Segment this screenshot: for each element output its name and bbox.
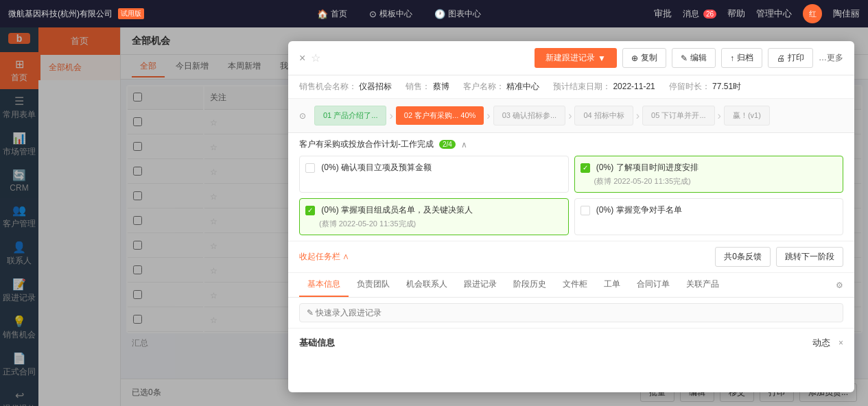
stage-5[interactable]: 05 下订单并开...: [642, 106, 714, 126]
archive-icon: ↑: [730, 53, 734, 63]
stage-box-5[interactable]: 05 下订单并开...: [642, 106, 714, 126]
task-meta-2: (蔡博 2022-05-20 11:35完成): [594, 176, 838, 187]
stage-1[interactable]: 01 产品介绍了...: [314, 106, 386, 126]
collapse-link[interactable]: 收起任务栏 ∧: [299, 251, 349, 263]
pause-duration: 77.51时: [712, 82, 741, 91]
btab-followup[interactable]: 跟进记录: [456, 273, 505, 297]
btab-products[interactable]: 关联产品: [678, 273, 727, 297]
stage-box-4[interactable]: 04 招标中标: [574, 106, 633, 126]
end-date: 2022-11-21: [613, 82, 655, 91]
nav-admin[interactable]: 管理中心: [756, 8, 792, 20]
nav-chart[interactable]: 🕐 图表中心: [434, 8, 481, 20]
stage-box-3[interactable]: 03 确认招标参...: [493, 106, 565, 126]
task-badge: 2/4: [439, 140, 456, 149]
settings-gear-icon[interactable]: ⚙: [836, 280, 843, 290]
top-nav-center: 🏠 首页 ⊙ 模板中心 🕐 图表中心: [150, 8, 648, 20]
btab-files[interactable]: 文件柜: [554, 273, 596, 297]
edit-icon: ✎: [681, 53, 688, 63]
task-checkbox-2[interactable]: ✓: [580, 163, 590, 173]
top-nav-right: 审批 消息 26 帮助 管理中心 红 陶佳丽: [654, 4, 860, 23]
opportunity-name: 仪器招标: [359, 82, 392, 91]
sales-person: 蔡博: [433, 82, 449, 91]
nav-home[interactable]: 🏠 首页: [317, 8, 347, 20]
username[interactable]: 陶佳丽: [833, 8, 860, 20]
dynamic-section: 动态 ×: [812, 337, 843, 349]
edit-modal-button[interactable]: ✎ 编辑: [672, 48, 716, 68]
stage-2[interactable]: 02 客户有采购... 40%: [396, 106, 484, 125]
stage-box-1[interactable]: 01 产品介绍了...: [314, 106, 386, 126]
task-item-1: (0%) 确认项目立项及预算金额: [299, 156, 569, 193]
stage-box-6[interactable]: 赢！(v1): [724, 106, 770, 126]
next-stage-button[interactable]: 跳转下一阶段: [776, 247, 843, 267]
info-customer: 客户名称： 精准中心: [463, 81, 539, 93]
task-header: 客户有采购或投放合作计划-工作完成 2/4 ∧: [299, 139, 843, 150]
modal-close-icon[interactable]: ×: [299, 52, 305, 64]
btab-workorder[interactable]: 工单: [596, 273, 629, 297]
stage-arrow-5: ›: [718, 110, 721, 122]
message-badge: 26: [703, 10, 716, 19]
stage-arrow-3: ›: [568, 110, 572, 122]
copy-button[interactable]: ⊕ 复制: [622, 48, 666, 68]
btab-basic[interactable]: 基本信息: [299, 273, 349, 297]
info-sales: 销售： 蔡博: [406, 81, 449, 93]
stage-toggle-icon[interactable]: ⊙: [299, 111, 306, 121]
task-item-4: (0%) 掌握竞争对手名单: [574, 198, 844, 235]
task-checkbox-4[interactable]: [580, 206, 590, 215]
task-text-2: (0%) 了解项目时间进度安排: [596, 163, 699, 172]
modal-header: × ☆ 新建跟进记录 ▼ ⊕ 复制 ✎ 编辑 ↑ 归档 🖨 打印 …: [288, 41, 854, 75]
task-text-3: (0%) 掌握项目组成员名单，及关键决策人: [321, 205, 473, 215]
stage-box-2[interactable]: 02 客户有采购... 40%: [396, 106, 484, 125]
dynamic-title: 动态: [812, 337, 830, 349]
more-actions-button[interactable]: …更多: [819, 52, 843, 64]
modal-star-icon[interactable]: ☆: [311, 51, 320, 64]
btab-team[interactable]: 负责团队: [349, 273, 398, 297]
info-end-date: 预计结束日期： 2022-11-21: [553, 81, 655, 93]
stage-4[interactable]: 04 招标中标: [574, 106, 633, 126]
task-text-1: (0%) 确认项目立项及预算金额: [321, 163, 432, 172]
nav-message[interactable]: 消息 26: [683, 8, 716, 20]
task-checkbox-1[interactable]: [305, 163, 315, 173]
task-section-title: 客户有采购或投放合作计划-工作完成: [299, 139, 434, 150]
task-section: 客户有采购或投放合作计划-工作完成 2/4 ∧ (0%) 确认项目立项及预算金额…: [288, 133, 854, 241]
stage-arrow-4: ›: [636, 110, 640, 122]
task-item-2: ✓ (0%) 了解项目时间进度安排 (蔡博 2022-05-20 11:35完成…: [574, 156, 844, 193]
task-text-4: (0%) 掌握竞争对手名单: [596, 205, 682, 215]
print-modal-button[interactable]: 🖨 打印: [768, 48, 813, 68]
trial-badge: 试用版: [118, 8, 144, 19]
nav-approval[interactable]: 审批: [654, 8, 672, 20]
stage-3[interactable]: 03 确认招标参...: [493, 106, 565, 126]
opportunity-modal: × ☆ 新建跟进记录 ▼ ⊕ 复制 ✎ 编辑 ↑ 归档 🖨 打印 …: [288, 41, 854, 392]
dropdown-arrow-icon: ▼: [598, 53, 606, 63]
print-icon: 🖨: [777, 53, 785, 63]
company-name: 微航基因科技(杭州)有限公司: [8, 8, 113, 20]
action-row: 收起任务栏 ∧ 共0条反馈 跳转下一阶段: [288, 241, 854, 273]
bottom-tabs: 基本信息 负责团队 机会联系人 跟进记录 阶段历史 文件柜 工单 合同订单 关联…: [288, 273, 854, 298]
modal-actions: 新建跟进记录 ▼ ⊕ 复制 ✎ 编辑 ↑ 归档 🖨 打印 …更多: [535, 48, 843, 68]
btab-stage-history[interactable]: 阶段历史: [505, 273, 554, 297]
new-record-button[interactable]: 新建跟进记录 ▼: [535, 48, 617, 68]
btab-orders[interactable]: 合同订单: [629, 273, 678, 297]
customer-name: 精准中心: [506, 82, 539, 91]
section-close-icon[interactable]: ×: [838, 338, 843, 348]
nav-template[interactable]: ⊙ 模板中心: [369, 8, 412, 20]
avatar[interactable]: 红: [803, 4, 822, 23]
archive-button[interactable]: ↑ 归档: [721, 48, 762, 68]
task-grid: (0%) 确认项目立项及预算金额 ✓ (0%) 了解项目时间进度安排 (蔡博 2…: [299, 156, 843, 235]
info-opportunity: 销售机会名称： 仪器招标: [299, 81, 392, 93]
btab-contacts[interactable]: 机会联系人: [398, 273, 456, 297]
task-meta-3: (蔡博 2022-05-20 11:35完成): [319, 219, 563, 229]
info-pause: 停留时长： 77.51时: [669, 81, 741, 93]
stage-6[interactable]: 赢！(v1): [724, 106, 770, 126]
task-expand-icon[interactable]: ∧: [461, 140, 467, 150]
stage-arrow-1: ›: [389, 110, 392, 122]
nav-help[interactable]: 帮助: [727, 8, 745, 20]
top-nav: 微航基因科技(杭州)有限公司 试用版 🏠 首页 ⊙ 模板中心 🕐 图表中心 审批…: [0, 0, 868, 27]
stage-bar: ⊙ 01 产品介绍了... › 02 客户有采购... 40% › 03 确认招…: [288, 99, 854, 133]
stage-arrow-2: ›: [486, 110, 490, 122]
reply-count-button[interactable]: 共0条反馈: [715, 247, 771, 267]
quick-input-area: [288, 298, 854, 329]
task-item-3: ✓ (0%) 掌握项目组成员名单，及关键决策人 (蔡博 2022-05-20 1…: [299, 198, 569, 235]
quick-input-field[interactable]: [299, 303, 843, 322]
task-checkbox-3[interactable]: ✓: [305, 206, 315, 215]
copy-icon: ⊕: [631, 53, 638, 63]
